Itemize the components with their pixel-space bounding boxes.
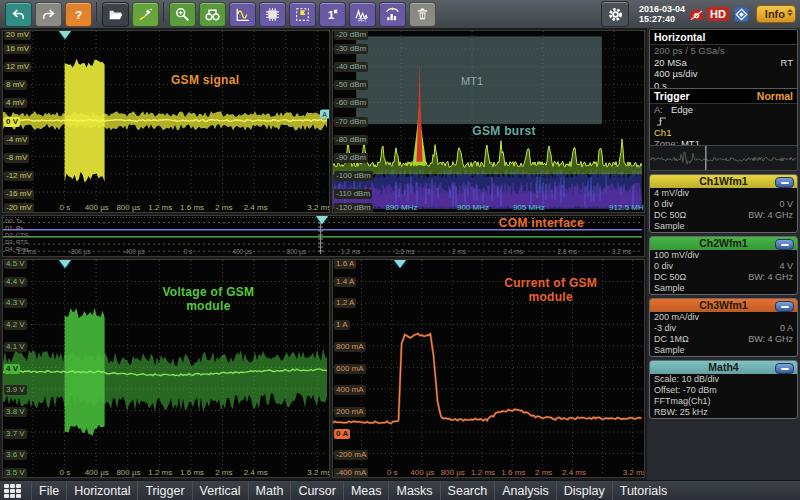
trigger-position-marker[interactable] xyxy=(59,260,71,268)
y-axis-tick-label: -120 dBm xyxy=(334,203,373,213)
channel-panel-ch2wfm1[interactable]: Ch2Wfm1100 mV/div0 div4 VDC 50ΩBW: 4 GHz… xyxy=(649,236,798,295)
signal-preview-thumbnail[interactable] xyxy=(649,145,798,171)
menu-item-display[interactable]: Display xyxy=(556,481,612,500)
trigger-level-marker[interactable]: A xyxy=(320,110,329,119)
info-spinner-arrows[interactable] xyxy=(787,9,793,16)
current-panel[interactable]: 1.6 A1.4 A1.2 A1 A800 mA600 mA400 mA200 … xyxy=(332,259,645,478)
channel-info-row: Sample xyxy=(650,221,797,232)
channel-panel-ch1wfm1[interactable]: Ch1Wfm14 mV/div0 div0 VDC 50ΩBW: 4 GHzSa… xyxy=(649,174,798,233)
time-tick-label: 1.2 ms xyxy=(341,247,361,256)
waveform-math-button[interactable] xyxy=(229,2,256,27)
probe-setup-button[interactable] xyxy=(132,2,159,27)
channel-header-ch2wfm1[interactable]: Ch2Wfm1 xyxy=(650,237,797,250)
apps-grid-icon[interactable] xyxy=(4,484,26,498)
hd-badge: HD xyxy=(707,7,729,21)
menu-item-vertical[interactable]: Vertical xyxy=(192,481,248,500)
channel-panel-math4[interactable]: Math4Scale: 10 dB/divOffset: -70 dBmFFTm… xyxy=(649,360,798,419)
time-tick-label: 800 µs xyxy=(287,247,307,256)
menu-item-tutorials[interactable]: Tutorials xyxy=(612,481,674,500)
gsm-signal-panel[interactable]: 20 mV16 mV12 mV8 mV4 mV0 V-4 mV-8 mV-12 … xyxy=(2,30,330,213)
time-tick-label: 1.6 ms xyxy=(501,468,525,477)
screenshot-icon[interactable] xyxy=(689,8,704,21)
open-file-button[interactable] xyxy=(102,2,129,27)
minimize-button[interactable] xyxy=(775,363,794,374)
y-axis-tick-label: 0 A xyxy=(334,429,350,439)
time-tick-label: 800 µs xyxy=(441,468,465,477)
time-tick-label: 3.2 ms xyxy=(623,468,645,477)
time-tick-label: 1.2 ms xyxy=(471,468,495,477)
trigger-setup-button[interactable]: 1 xyxy=(319,2,346,27)
redo-button[interactable] xyxy=(35,2,62,27)
zone-trigger-icon xyxy=(294,6,311,23)
gsm-burst-fft-panel[interactable]: MT1-20 dBm-30 dBm-40 dBm-50 dBm-60 dBm-7… xyxy=(332,30,645,213)
delete-button[interactable] xyxy=(409,2,436,27)
channel-info-row: 4 mV/div xyxy=(650,188,797,199)
minimize-button[interactable] xyxy=(775,177,794,188)
trigger-position-marker[interactable] xyxy=(316,216,328,224)
time-tick-label: 0 s xyxy=(184,247,193,256)
com-interface-panel[interactable]: D0: TxD1: RxD2: CTSD3: RTSD4: Ring-1.2 m… xyxy=(2,215,645,257)
datetime-display: 2016-03-04 15:27:40 xyxy=(639,4,685,24)
minimize-button[interactable] xyxy=(775,239,794,250)
trigger-position-marker[interactable] xyxy=(394,260,406,268)
mask-test-icon xyxy=(264,6,281,23)
minimize-button[interactable] xyxy=(775,301,794,312)
settings-gear-button[interactable] xyxy=(601,1,629,27)
zone-trigger-button[interactable] xyxy=(289,2,316,27)
time-tick-label: 0 s xyxy=(60,203,71,212)
channel-info-row: Sample xyxy=(650,283,797,294)
y-axis-tick-label: -4 mV xyxy=(4,135,29,145)
menu-items: FileHorizontalTriggerVerticalMathCursorM… xyxy=(31,481,674,500)
voltage-panel[interactable]: 4.5 V4.4 V4.3 V4.2 V4.1 V4 V3.9 V3.8 V3.… xyxy=(2,259,330,478)
time-tick-label: 400 µs xyxy=(85,468,109,477)
menu-item-analysis[interactable]: Analysis xyxy=(494,481,556,500)
menu-item-trigger[interactable]: Trigger xyxy=(137,481,191,500)
channel-title: Ch2Wfm1 xyxy=(699,237,747,249)
menu-item-horizontal[interactable]: Horizontal xyxy=(66,481,137,500)
info-button[interactable]: Info xyxy=(756,5,796,23)
time-tick-label: 1.6 ms xyxy=(180,468,204,477)
channel-panel-ch3wfm1[interactable]: Ch3Wfm1200 mA/div-3 div0 ADC 1MΩBW: 4 GH… xyxy=(649,298,798,357)
mask-test-button[interactable] xyxy=(259,2,286,27)
time-tick-label: 400 µs xyxy=(232,247,252,256)
y-axis-tick-label: -40 dBm xyxy=(334,62,368,72)
undo-button[interactable] xyxy=(5,2,32,27)
channel-title: Math4 xyxy=(708,361,738,373)
zoom-button[interactable] xyxy=(169,2,196,27)
channel-header-ch3wfm1[interactable]: Ch3Wfm1 xyxy=(650,299,797,312)
help-button[interactable]: ? xyxy=(65,2,92,27)
channel-header-ch1wfm1[interactable]: Ch1Wfm1 xyxy=(650,175,797,188)
y-axis-tick-label: 4.1 V xyxy=(4,342,27,352)
time-tick-label: 2.4 ms xyxy=(503,247,523,256)
histogram-button[interactable] xyxy=(379,2,406,27)
time-tick-label: 3.2 ms xyxy=(307,468,330,477)
time-tick-label: 1.2 ms xyxy=(148,468,172,477)
digital-channel-label: D2: CTS xyxy=(5,232,28,239)
menu-item-meas[interactable]: Meas xyxy=(343,481,389,500)
channel-info-row: DC 50ΩBW: 4 GHz xyxy=(650,210,797,221)
trigger-position-marker[interactable] xyxy=(59,31,71,39)
menu-item-cursor[interactable]: Cursor xyxy=(290,481,343,500)
y-axis-tick-label: -80 dBm xyxy=(334,135,368,145)
channel-header-math4[interactable]: Math4 xyxy=(650,361,797,374)
horizontal-settings-panel[interactable]: Horizontal 200 ps / 5 GSa/s 20 MSa RT 40… xyxy=(649,29,798,92)
trigger-type: Edge xyxy=(671,104,693,115)
menu-item-masks[interactable]: Masks xyxy=(388,481,439,500)
channel-info-row: 200 mA/div xyxy=(650,312,797,323)
menu-item-file[interactable]: File xyxy=(31,481,66,500)
y-axis-tick-label: -70 dBm xyxy=(334,117,368,127)
menu-item-math[interactable]: Math xyxy=(248,481,291,500)
time-tick-label: 3.2 ms xyxy=(307,203,330,212)
fft-button[interactable]: FFT xyxy=(349,2,376,27)
waveform-area: 20 mV16 mV12 mV8 mV4 mV0 V-4 mV-8 mV-12 … xyxy=(0,28,646,480)
time-tick-label: 1.6 ms xyxy=(180,203,204,212)
toolbar-buttons: ?1FFT xyxy=(3,2,437,27)
search-button[interactable] xyxy=(199,2,226,27)
y-axis-tick-label: 4.3 V xyxy=(4,298,27,308)
date-label: 2016-03-04 xyxy=(639,4,685,14)
y-axis-tick-label: 1.2 A xyxy=(334,298,356,308)
svg-text:MT1: MT1 xyxy=(461,75,483,87)
y-axis-tick-label: -30 dBm xyxy=(334,44,368,54)
time-tick-label: 890 MHz xyxy=(385,203,417,212)
menu-item-search[interactable]: Search xyxy=(440,481,495,500)
